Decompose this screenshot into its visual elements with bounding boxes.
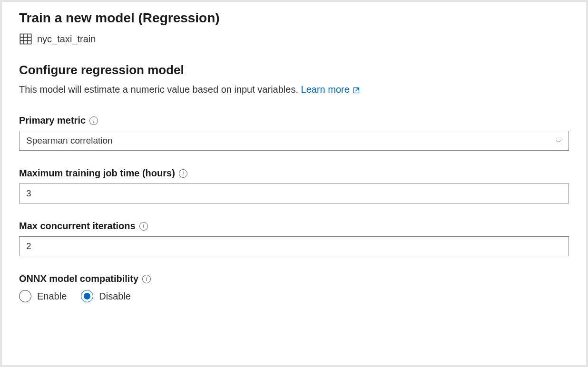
learn-more-link[interactable]: Learn more xyxy=(301,84,360,95)
radio-circle-enable xyxy=(19,290,31,302)
info-icon[interactable] xyxy=(179,169,187,178)
info-icon[interactable] xyxy=(89,116,98,125)
svg-rect-0 xyxy=(20,34,31,44)
onnx-disable-option[interactable]: Disable xyxy=(81,290,131,302)
dataset-name: nyc_taxi_train xyxy=(37,34,96,45)
primary-metric-select[interactable]: Spearman correlation xyxy=(19,131,569,151)
dataset-row: nyc_taxi_train xyxy=(19,32,569,46)
form-panel: Train a new model (Regression) nyc_taxi_… xyxy=(2,2,586,365)
info-icon[interactable] xyxy=(142,275,151,283)
info-icon[interactable] xyxy=(139,222,148,231)
onnx-label: ONNX model compatibility xyxy=(19,273,138,284)
primary-metric-field: Primary metric Spearman correlation xyxy=(19,115,569,151)
max-concurrent-iterations-label-row: Max concurrent iterations xyxy=(19,221,569,232)
max-training-time-label-row: Maximum training job time (hours) xyxy=(19,168,569,179)
section-description: This model will estimate a numeric value… xyxy=(19,84,569,95)
onnx-enable-option[interactable]: Enable xyxy=(19,290,67,302)
table-icon xyxy=(19,32,32,46)
max-concurrent-iterations-input[interactable] xyxy=(19,236,569,256)
max-concurrent-iterations-label: Max concurrent iterations xyxy=(19,221,136,232)
section-description-text: This model will estimate a numeric value… xyxy=(19,84,298,95)
page-title: Train a new model (Regression) xyxy=(19,10,569,26)
section-title: Configure regression model xyxy=(19,63,569,77)
chevron-down-icon xyxy=(555,137,562,144)
learn-more-label: Learn more xyxy=(301,84,350,95)
onnx-disable-label: Disable xyxy=(99,291,131,302)
max-concurrent-iterations-field: Max concurrent iterations xyxy=(19,221,569,256)
radio-circle-disable xyxy=(81,290,93,302)
external-link-icon xyxy=(353,84,360,95)
primary-metric-label-row: Primary metric xyxy=(19,115,569,126)
onnx-compatibility-field: ONNX model compatibility Enable Disable xyxy=(19,273,569,302)
max-training-time-field: Maximum training job time (hours) xyxy=(19,168,569,203)
onnx-label-row: ONNX model compatibility xyxy=(19,273,569,284)
primary-metric-value: Spearman correlation xyxy=(26,135,113,146)
onnx-radio-group: Enable Disable xyxy=(19,290,569,302)
max-training-time-label: Maximum training job time (hours) xyxy=(19,168,175,179)
onnx-enable-label: Enable xyxy=(37,291,67,302)
primary-metric-label: Primary metric xyxy=(19,115,86,126)
max-training-time-input[interactable] xyxy=(19,184,569,203)
